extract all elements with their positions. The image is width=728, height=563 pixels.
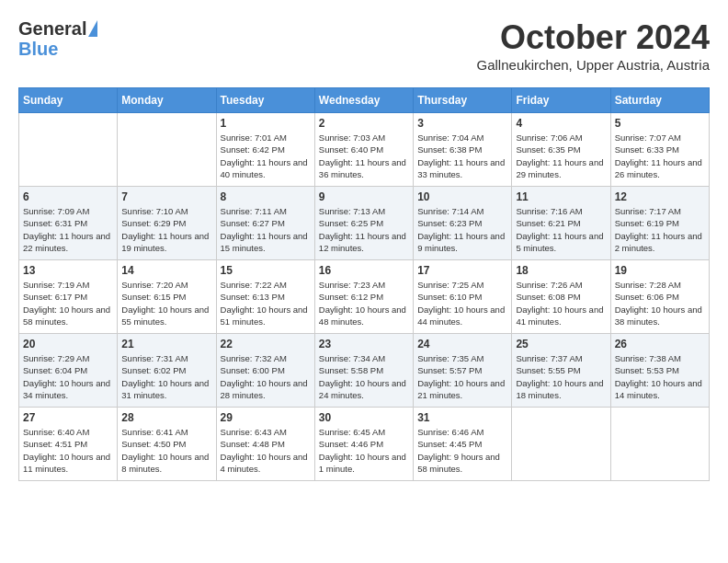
day-info: Sunrise: 7:35 AM Sunset: 5:57 PM Dayligh… <box>417 353 505 400</box>
day-number: 17 <box>417 264 507 277</box>
day-number: 16 <box>319 264 409 277</box>
day-number: 19 <box>615 264 705 277</box>
calendar-cell: 23Sunrise: 7:34 AM Sunset: 5:58 PM Dayli… <box>314 334 413 408</box>
calendar-cell <box>512 408 610 481</box>
day-info: Sunrise: 7:16 AM Sunset: 6:21 PM Dayligh… <box>516 206 603 253</box>
col-header-monday: Monday <box>118 88 216 113</box>
calendar-cell: 22Sunrise: 7:32 AM Sunset: 6:00 PM Dayli… <box>216 334 314 408</box>
calendar-body: 1Sunrise: 7:01 AM Sunset: 6:42 PM Daylig… <box>19 113 710 481</box>
day-number: 20 <box>23 338 113 350</box>
day-number: 24 <box>417 338 507 350</box>
calendar-cell: 30Sunrise: 6:45 AM Sunset: 4:46 PM Dayli… <box>314 408 413 481</box>
logo: General Blue <box>18 18 97 59</box>
page-header: General Blue October 2024 Gallneukirchen… <box>18 18 710 73</box>
day-number: 9 <box>319 190 409 203</box>
day-info: Sunrise: 7:29 AM Sunset: 6:04 PM Dayligh… <box>23 353 110 400</box>
calendar-cell: 8Sunrise: 7:11 AM Sunset: 6:27 PM Daylig… <box>216 187 314 260</box>
calendar-cell: 10Sunrise: 7:14 AM Sunset: 6:23 PM Dayli… <box>414 187 512 260</box>
calendar-cell: 7Sunrise: 7:10 AM Sunset: 6:29 PM Daylig… <box>118 187 216 260</box>
day-number: 28 <box>121 411 211 424</box>
calendar-cell: 12Sunrise: 7:17 AM Sunset: 6:19 PM Dayli… <box>610 187 709 260</box>
day-info: Sunrise: 7:20 AM Sunset: 6:15 PM Dayligh… <box>121 280 209 327</box>
day-number: 30 <box>319 411 409 424</box>
day-number: 26 <box>615 338 705 350</box>
day-number: 29 <box>221 411 311 424</box>
day-info: Sunrise: 7:19 AM Sunset: 6:17 PM Dayligh… <box>23 280 110 327</box>
calendar-cell: 24Sunrise: 7:35 AM Sunset: 5:57 PM Dayli… <box>414 334 512 408</box>
day-info: Sunrise: 7:32 AM Sunset: 6:00 PM Dayligh… <box>221 353 308 400</box>
day-number: 21 <box>121 338 211 350</box>
day-info: Sunrise: 7:38 AM Sunset: 5:53 PM Dayligh… <box>615 353 702 400</box>
day-info: Sunrise: 7:07 AM Sunset: 6:33 PM Dayligh… <box>615 132 702 179</box>
calendar-cell <box>610 408 709 481</box>
day-info: Sunrise: 7:17 AM Sunset: 6:19 PM Dayligh… <box>615 206 702 253</box>
day-info: Sunrise: 7:28 AM Sunset: 6:06 PM Dayligh… <box>615 280 702 327</box>
week-row-5: 27Sunrise: 6:40 AM Sunset: 4:51 PM Dayli… <box>19 408 710 481</box>
calendar-cell: 26Sunrise: 7:38 AM Sunset: 5:53 PM Dayli… <box>610 334 709 408</box>
day-info: Sunrise: 7:26 AM Sunset: 6:08 PM Dayligh… <box>516 280 603 327</box>
day-number: 13 <box>23 264 113 277</box>
day-number: 10 <box>417 190 507 203</box>
day-info: Sunrise: 7:34 AM Sunset: 5:58 PM Dayligh… <box>319 353 406 400</box>
calendar-cell: 28Sunrise: 6:41 AM Sunset: 4:50 PM Dayli… <box>118 408 216 481</box>
calendar-cell: 21Sunrise: 7:31 AM Sunset: 6:02 PM Dayli… <box>118 334 216 408</box>
day-number: 27 <box>23 411 113 424</box>
calendar-cell: 4Sunrise: 7:06 AM Sunset: 6:35 PM Daylig… <box>512 113 610 187</box>
col-header-tuesday: Tuesday <box>216 88 314 113</box>
day-info: Sunrise: 7:13 AM Sunset: 6:25 PM Dayligh… <box>319 206 406 253</box>
title-area: October 2024 Gallneukirchen, Upper Austr… <box>477 18 710 73</box>
calendar-cell: 19Sunrise: 7:28 AM Sunset: 6:06 PM Dayli… <box>610 260 709 334</box>
day-info: Sunrise: 6:41 AM Sunset: 4:50 PM Dayligh… <box>121 427 209 474</box>
calendar-cell <box>19 113 118 187</box>
logo-blue: Blue <box>18 39 58 59</box>
col-header-friday: Friday <box>512 88 610 113</box>
calendar-cell: 6Sunrise: 7:09 AM Sunset: 6:31 PM Daylig… <box>19 187 118 260</box>
day-info: Sunrise: 6:45 AM Sunset: 4:46 PM Dayligh… <box>319 427 406 474</box>
day-number: 6 <box>23 190 113 203</box>
month-title: October 2024 <box>477 18 710 57</box>
week-row-4: 20Sunrise: 7:29 AM Sunset: 6:04 PM Dayli… <box>19 334 710 408</box>
calendar-cell: 18Sunrise: 7:26 AM Sunset: 6:08 PM Dayli… <box>512 260 610 334</box>
col-header-sunday: Sunday <box>19 88 118 113</box>
day-number: 25 <box>516 338 606 350</box>
day-info: Sunrise: 7:11 AM Sunset: 6:27 PM Dayligh… <box>221 206 308 253</box>
day-number: 1 <box>221 117 311 130</box>
calendar-table: SundayMondayTuesdayWednesdayThursdayFrid… <box>18 87 710 481</box>
calendar-cell: 27Sunrise: 6:40 AM Sunset: 4:51 PM Dayli… <box>19 408 118 481</box>
calendar-cell: 1Sunrise: 7:01 AM Sunset: 6:42 PM Daylig… <box>216 113 314 187</box>
day-info: Sunrise: 7:09 AM Sunset: 6:31 PM Dayligh… <box>23 206 110 253</box>
week-row-2: 6Sunrise: 7:09 AM Sunset: 6:31 PM Daylig… <box>19 187 710 260</box>
day-number: 7 <box>121 190 211 203</box>
calendar-cell: 29Sunrise: 6:43 AM Sunset: 4:48 PM Dayli… <box>216 408 314 481</box>
day-number: 3 <box>417 117 507 130</box>
calendar-cell: 31Sunrise: 6:46 AM Sunset: 4:45 PM Dayli… <box>414 408 512 481</box>
calendar-cell: 13Sunrise: 7:19 AM Sunset: 6:17 PM Dayli… <box>19 260 118 334</box>
day-info: Sunrise: 7:03 AM Sunset: 6:40 PM Dayligh… <box>319 132 406 179</box>
day-number: 12 <box>615 190 705 203</box>
calendar-cell: 17Sunrise: 7:25 AM Sunset: 6:10 PM Dayli… <box>414 260 512 334</box>
day-info: Sunrise: 7:14 AM Sunset: 6:23 PM Dayligh… <box>417 206 505 253</box>
location: Gallneukirchen, Upper Austria, Austria <box>477 57 710 73</box>
calendar-cell: 20Sunrise: 7:29 AM Sunset: 6:04 PM Dayli… <box>19 334 118 408</box>
day-info: Sunrise: 7:37 AM Sunset: 5:55 PM Dayligh… <box>516 353 603 400</box>
day-number: 2 <box>319 117 409 130</box>
day-info: Sunrise: 7:25 AM Sunset: 6:10 PM Dayligh… <box>417 280 505 327</box>
day-info: Sunrise: 7:22 AM Sunset: 6:13 PM Dayligh… <box>221 280 308 327</box>
day-number: 15 <box>221 264 311 277</box>
day-info: Sunrise: 7:06 AM Sunset: 6:35 PM Dayligh… <box>516 132 603 179</box>
day-number: 4 <box>516 117 606 130</box>
day-info: Sunrise: 6:46 AM Sunset: 4:45 PM Dayligh… <box>417 427 500 474</box>
calendar-cell: 5Sunrise: 7:07 AM Sunset: 6:33 PM Daylig… <box>610 113 709 187</box>
calendar-cell <box>118 113 216 187</box>
col-header-thursday: Thursday <box>414 88 512 113</box>
day-number: 5 <box>615 117 705 130</box>
week-row-1: 1Sunrise: 7:01 AM Sunset: 6:42 PM Daylig… <box>19 113 710 187</box>
week-row-3: 13Sunrise: 7:19 AM Sunset: 6:17 PM Dayli… <box>19 260 710 334</box>
day-info: Sunrise: 7:10 AM Sunset: 6:29 PM Dayligh… <box>121 206 209 253</box>
calendar-cell: 15Sunrise: 7:22 AM Sunset: 6:13 PM Dayli… <box>216 260 314 334</box>
header-row: SundayMondayTuesdayWednesdayThursdayFrid… <box>19 88 710 113</box>
day-number: 8 <box>221 190 311 203</box>
day-number: 22 <box>221 338 311 350</box>
calendar-cell: 9Sunrise: 7:13 AM Sunset: 6:25 PM Daylig… <box>314 187 413 260</box>
day-number: 31 <box>417 411 507 424</box>
